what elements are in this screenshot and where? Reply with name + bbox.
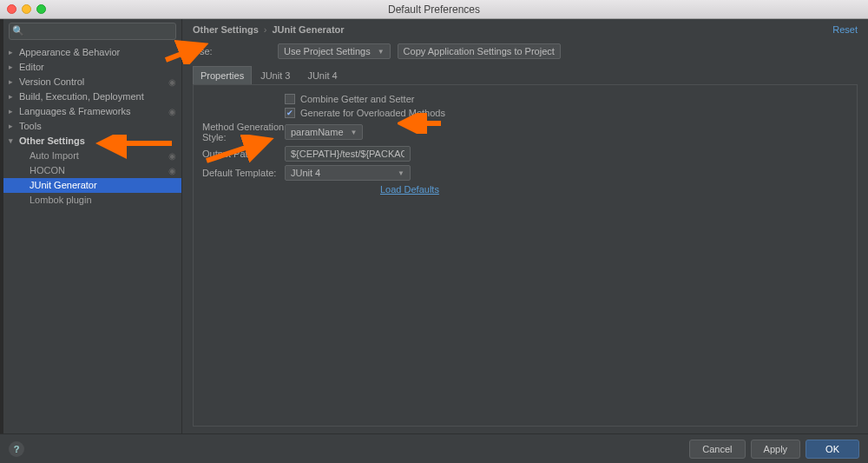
tab-junit4[interactable]: JUnit 4: [299, 67, 345, 84]
sidebar-item-label: Tools: [19, 121, 42, 132]
select-value: paramName: [291, 127, 344, 137]
ok-button[interactable]: OK: [806, 440, 859, 459]
breadcrumb-root: Other Settings: [193, 24, 259, 35]
sidebar-hocon[interactable]: HOCON ◉: [3, 163, 181, 178]
chevron-down-icon: ▾: [9, 136, 16, 147]
sidebar-item-label: Auto Import: [30, 150, 79, 162]
select-value: JUnit 4: [291, 168, 320, 178]
sidebar-lombok-plugin[interactable]: Lombok plugin: [3, 193, 181, 208]
chevron-right-icon: ▸: [9, 62, 16, 73]
generate-overloaded-checkbox[interactable]: [285, 108, 295, 118]
copy-settings-button[interactable]: Copy Application Settings to Project: [398, 43, 561, 59]
sidebar-tools[interactable]: ▸ Tools: [3, 119, 181, 134]
chevron-right-icon: ▸: [9, 76, 16, 88]
method-generation-label: Method Generation Style:: [202, 122, 285, 142]
window-title: Default Preferences: [0, 3, 868, 16]
chevron-down-icon: ▼: [351, 129, 358, 136]
dialog-footer: ? Cancel Apply OK: [0, 433, 868, 463]
sidebar-item-label: Build, Execution, Deployment: [19, 91, 144, 103]
sidebar-item-label: Version Control: [19, 76, 84, 88]
chevron-down-icon: ▼: [398, 169, 404, 177]
apply-button[interactable]: Apply: [751, 440, 801, 459]
tab-bar: Properties JUnit 3 JUnit 4: [193, 66, 858, 84]
properties-tab-label: Properties: [193, 66, 252, 84]
settings-tree: ▸ Appearance & Behavior ▸ Editor ▸ Versi…: [3, 43, 181, 433]
properties-panel: Combine Getter and Setter Generate for O…: [193, 84, 858, 427]
sidebar-languages-frameworks[interactable]: ▸ Languages & Frameworks ◉: [3, 104, 181, 119]
sidebar-auto-import[interactable]: Auto Import ◉: [3, 149, 181, 163]
sidebar-item-label: Languages & Frameworks: [19, 106, 130, 117]
output-path-label: Output Path:: [202, 149, 285, 159]
cancel-button[interactable]: Cancel: [689, 440, 745, 459]
project-badge-icon: ◉: [168, 150, 176, 162]
method-generation-select[interactable]: paramName ▼: [285, 124, 363, 140]
use-select[interactable]: Use Project Settings ▼: [278, 43, 391, 59]
default-template-label: Default Template:: [202, 168, 285, 178]
sidebar-other-settings[interactable]: ▾ Other Settings: [3, 134, 181, 149]
sidebar-item-label: Editor: [19, 62, 44, 73]
project-badge-icon: ◉: [168, 165, 176, 176]
breadcrumb-separator-icon: ›: [264, 24, 267, 35]
chevron-right-icon: ▸: [9, 121, 16, 132]
chevron-right-icon: ▸: [9, 106, 16, 117]
combine-getter-setter-checkbox[interactable]: [285, 94, 295, 104]
sidebar-item-label: HOCON: [30, 165, 65, 176]
reset-link[interactable]: Reset: [832, 24, 858, 35]
output-path-input[interactable]: [285, 146, 411, 162]
generate-overloaded-label: Generate for Overloaded Methods: [300, 108, 445, 118]
sidebar-editor[interactable]: ▸ Editor: [3, 60, 181, 75]
sidebar-version-control[interactable]: ▸ Version Control ◉: [3, 75, 181, 89]
titlebar: Default Preferences: [0, 0, 868, 19]
help-button[interactable]: ?: [9, 441, 24, 457]
project-badge-icon: ◉: [168, 76, 176, 88]
sidebar-item-label: Lombok plugin: [30, 195, 92, 206]
chevron-right-icon: ▸: [9, 47, 16, 58]
sidebar-appearance[interactable]: ▸ Appearance & Behavior: [3, 45, 181, 60]
sidebar-item-label: Appearance & Behavior: [19, 47, 120, 58]
select-value: Use Project Settings: [284, 46, 371, 56]
use-label: Use:: [193, 46, 271, 56]
sidebar-junit-generator[interactable]: JUnit Generator: [3, 178, 181, 193]
sidebar-item-label: Other Settings: [19, 136, 85, 147]
breadcrumb-leaf: JUnit Generator: [272, 24, 344, 35]
default-template-select[interactable]: JUnit 4 ▼: [285, 165, 411, 181]
search-icon: 🔍: [12, 25, 24, 36]
sidebar-build-execution[interactable]: ▸ Build, Execution, Deployment: [3, 89, 181, 104]
project-badge-icon: ◉: [168, 106, 176, 117]
sidebar-item-label: JUnit Generator: [30, 180, 97, 191]
settings-sidebar: 🔍 ▸ Appearance & Behavior ▸ Editor ▸ Ver…: [3, 19, 181, 433]
search-input[interactable]: [9, 23, 176, 40]
tab-junit3[interactable]: JUnit 3: [252, 67, 299, 84]
load-defaults-link[interactable]: Load Defaults: [380, 184, 439, 195]
chevron-down-icon: ▼: [378, 48, 385, 56]
settings-main-panel: Other Settings › JUnit Generator Reset U…: [181, 19, 868, 433]
breadcrumb: Other Settings › JUnit Generator Reset: [182, 19, 868, 40]
chevron-right-icon: ▸: [9, 91, 16, 103]
combine-getter-setter-label: Combine Getter and Setter: [300, 94, 414, 104]
